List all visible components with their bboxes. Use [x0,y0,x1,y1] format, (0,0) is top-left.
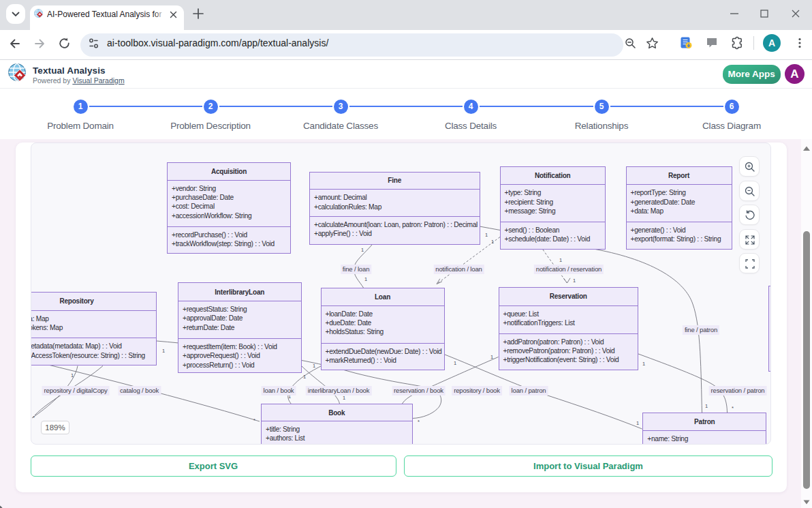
svg-text:1: 1 [705,403,708,409]
svg-text:1: 1 [343,395,345,401]
svg-text:1: 1 [313,363,315,369]
svg-text:1: 1 [71,372,74,378]
svg-text:1: 1 [303,374,306,380]
svg-text:*: * [418,419,420,425]
svg-text:1: 1 [490,354,493,360]
svg-text:*: * [732,405,734,411]
svg-text:1: 1 [454,360,456,366]
svg-text:*: * [253,417,255,423]
svg-text:1: 1 [485,232,488,238]
svg-text:1: 1 [364,276,367,282]
svg-text:1: 1 [361,247,364,253]
svg-text:1: 1 [642,361,645,367]
svg-text:1: 1 [559,257,562,263]
svg-text:1: 1 [636,420,639,426]
svg-text:1: 1 [573,278,576,284]
svg-text:1: 1 [491,239,494,245]
svg-text:1: 1 [162,348,165,354]
svg-text:*: * [33,415,35,421]
